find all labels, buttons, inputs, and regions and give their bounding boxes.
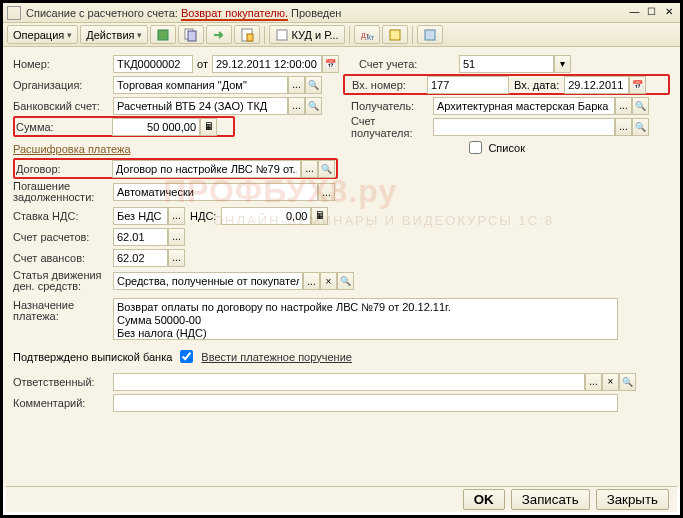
innum-label: Вх. номер: xyxy=(352,79,427,91)
dditem-search-icon[interactable] xyxy=(337,272,354,290)
payment-line2: Сумма 50000-00 xyxy=(117,314,614,327)
date-field[interactable] xyxy=(212,55,322,73)
dditem-select-icon[interactable] xyxy=(303,272,320,290)
maximize-button[interactable]: ☐ xyxy=(644,6,659,19)
titlebar: Списание с расчетного счета: Возврат пок… xyxy=(3,3,680,23)
calendar-icon[interactable] xyxy=(322,55,339,73)
vatrate-select-icon[interactable] xyxy=(168,207,185,225)
recipacc-label: Счет получателя: xyxy=(351,115,433,139)
number-label: Номер: xyxy=(13,58,113,70)
svg-rect-0 xyxy=(158,30,168,40)
window-title: Списание с расчетного счета: Возврат пок… xyxy=(26,7,627,19)
svg-rect-5 xyxy=(277,30,287,40)
recipacc-field[interactable] xyxy=(433,118,615,136)
indate-field[interactable] xyxy=(564,76,629,94)
bankacc-select-icon[interactable] xyxy=(288,97,305,115)
account-label: Счет учета: xyxy=(359,58,459,70)
bankacc-label: Банковский счет: xyxy=(13,100,113,112)
indate-cal-icon[interactable] xyxy=(629,76,646,94)
responsible-field[interactable] xyxy=(113,373,585,391)
info-button[interactable] xyxy=(417,25,443,44)
enter-pp-link[interactable]: Ввести платежное поручение xyxy=(201,351,352,363)
close-form-button[interactable]: Закрыть xyxy=(596,489,669,510)
list-label: Список xyxy=(488,142,525,154)
account-field[interactable] xyxy=(459,55,554,73)
responsible-clear-icon[interactable] xyxy=(602,373,619,391)
write-button[interactable]: Записать xyxy=(511,489,590,510)
kudir-button[interactable]: КУД и Р... xyxy=(269,25,344,44)
payment-line3: Без налога (НДС) xyxy=(117,327,614,340)
actions-menu[interactable]: Действия▾ xyxy=(80,25,148,44)
indate-label: Вх. дата: xyxy=(514,79,559,91)
contract-search-icon[interactable] xyxy=(318,160,335,178)
payment-line1: Возврат оплаты по договору по настройке … xyxy=(117,301,614,314)
sum-label: Сумма: xyxy=(16,121,112,133)
org-field[interactable] xyxy=(113,76,288,94)
repay-label: Погашение задолженности: xyxy=(13,181,113,203)
dt-button[interactable]: ДтКт xyxy=(354,25,380,44)
calc-icon[interactable]: 🖩 xyxy=(200,118,217,136)
svg-rect-9 xyxy=(425,30,435,40)
svg-rect-4 xyxy=(247,34,253,41)
payment-purpose-field[interactable]: Возврат оплаты по договору по настройке … xyxy=(113,298,618,340)
recipient-select-icon[interactable] xyxy=(615,97,632,115)
number-field[interactable] xyxy=(113,55,193,73)
post-button[interactable] xyxy=(150,25,176,44)
title-main: Списание с расчетного счета: xyxy=(26,7,178,19)
contract-field[interactable] xyxy=(112,160,301,178)
payment-section: Расшифровка платежа xyxy=(13,143,131,155)
bottom-bar: OK Записать Закрыть xyxy=(6,486,677,512)
bankacc-field[interactable] xyxy=(113,97,288,115)
calcacc-label: Счет расчетов: xyxy=(13,231,113,243)
recipacc-search-icon[interactable] xyxy=(632,118,649,136)
advacc-field[interactable] xyxy=(113,249,168,267)
vat-label: НДС: xyxy=(190,210,216,222)
dditem-label: Статья движения ден. средств: xyxy=(13,270,113,292)
minimize-button[interactable]: — xyxy=(627,6,642,19)
bankacc-search-icon[interactable] xyxy=(305,97,322,115)
advacc-select-icon[interactable] xyxy=(168,249,185,267)
svg-rect-8 xyxy=(390,30,400,40)
title-doctype: Возврат покупателю. xyxy=(181,7,288,21)
actions-label: Действия xyxy=(86,29,134,41)
ok-button[interactable]: OK xyxy=(463,489,505,510)
repay-field[interactable] xyxy=(113,183,318,201)
account-dd-icon[interactable]: ▾ xyxy=(554,55,571,73)
recipacc-select-icon[interactable] xyxy=(615,118,632,136)
dditem-field[interactable] xyxy=(113,272,303,290)
vatrate-field[interactable] xyxy=(113,207,168,225)
close-button[interactable]: ✕ xyxy=(661,6,676,19)
vat-calc-icon[interactable]: 🖩 xyxy=(311,207,328,225)
copy-button[interactable] xyxy=(178,25,204,44)
sum-field[interactable] xyxy=(112,118,200,136)
responsible-select-icon[interactable] xyxy=(585,373,602,391)
comment-field[interactable] xyxy=(113,394,618,412)
calcacc-field[interactable] xyxy=(113,228,168,246)
contract-select-icon[interactable] xyxy=(301,160,318,178)
vatrate-label: Ставка НДС: xyxy=(13,210,113,222)
goto-button[interactable] xyxy=(206,25,232,44)
contract-label: Договор: xyxy=(16,163,112,175)
recipient-field[interactable] xyxy=(433,97,615,115)
from-label: от xyxy=(197,58,208,70)
recipient-search-icon[interactable] xyxy=(632,97,649,115)
innum-field[interactable] xyxy=(427,76,509,94)
toolbar: Операция▾ Действия▾ КУД и Р... ДтКт xyxy=(3,23,680,47)
list-checkbox[interactable] xyxy=(469,141,482,154)
dditem-clear-icon[interactable] xyxy=(320,272,337,290)
comment-label: Комментарий: xyxy=(13,397,113,409)
org-search-icon[interactable] xyxy=(305,76,322,94)
repay-select-icon[interactable] xyxy=(318,183,335,201)
calcacc-select-icon[interactable] xyxy=(168,228,185,246)
report-button[interactable] xyxy=(234,25,260,44)
responsible-search-icon[interactable] xyxy=(619,373,636,391)
svg-text:Кт: Кт xyxy=(367,34,374,41)
operation-menu[interactable]: Операция▾ xyxy=(7,25,78,44)
vat-field[interactable] xyxy=(221,207,311,225)
form-body: Номер: от Счет учета: ▾ Организация: Бан… xyxy=(3,47,680,489)
svg-rect-2 xyxy=(188,31,196,41)
list-button[interactable] xyxy=(382,25,408,44)
confirmed-checkbox[interactable] xyxy=(180,350,193,363)
org-select-icon[interactable] xyxy=(288,76,305,94)
operation-label: Операция xyxy=(13,29,64,41)
